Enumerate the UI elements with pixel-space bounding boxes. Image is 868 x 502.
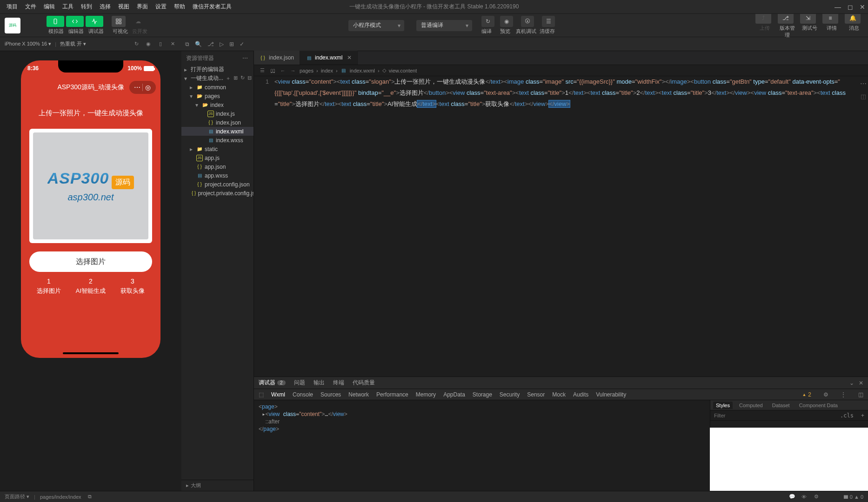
subtab-vuln[interactable]: Vulnerability xyxy=(596,391,626,398)
search-icon[interactable]: 🔍 xyxy=(195,41,202,47)
phone-simulator[interactable]: 8:36 100% ASP300源码_动漫头像 ⋯ ◎ 上传一张照片，一键生成动… xyxy=(21,60,160,358)
tab-close-icon[interactable]: ✕ xyxy=(347,54,352,61)
dataset-tab[interactable]: Dataset xyxy=(769,402,793,409)
new-folder-icon[interactable]: ⊞ xyxy=(234,75,238,82)
dev-settings-icon[interactable]: ⚙ xyxy=(823,391,828,398)
subtab-audits[interactable]: Audits xyxy=(573,391,588,398)
dev-tab-debugger[interactable]: 调试器2 xyxy=(259,379,286,387)
capsule-menu-icon[interactable]: ⋯ xyxy=(132,82,142,92)
menu-devtools[interactable]: 微信开发者工具 xyxy=(189,1,235,13)
subtab-mock[interactable]: Mock xyxy=(552,391,566,398)
crumb-fwd-icon[interactable]: → xyxy=(289,68,297,73)
refresh-tree-icon[interactable]: ↻ xyxy=(240,75,245,82)
menu-edit[interactable]: 编辑 xyxy=(40,1,59,13)
menu-file[interactable]: 文件 xyxy=(21,1,40,13)
close-sim-icon[interactable]: ✕ xyxy=(168,40,177,48)
crumb-pages[interactable]: pages xyxy=(300,68,314,73)
version-button[interactable]: ⎇ xyxy=(778,13,794,24)
file-app-js[interactable]: JSapp.js xyxy=(181,153,254,162)
upload-button[interactable]: ⤴ xyxy=(755,13,771,24)
debugger-toggle[interactable] xyxy=(86,16,103,27)
refresh-sim-icon[interactable]: ↻ xyxy=(132,40,140,48)
hot-reload-toggle[interactable]: 热重载 开 ▾ xyxy=(60,40,86,47)
device-select[interactable]: iPhone X 100% 16 ▾ xyxy=(5,41,51,47)
clear-cache-button[interactable]: ☰ xyxy=(542,16,555,27)
file-index-wxss[interactable]: ▤index.wxss xyxy=(181,136,254,145)
outline-section[interactable]: ▸大纲 xyxy=(181,480,254,491)
warning-count[interactable]: 2 xyxy=(802,391,811,398)
editor-more-icon[interactable]: ⋯ xyxy=(860,78,867,89)
wxml-inspector[interactable]: <page> ▸<view class="content">…</view> :… xyxy=(254,400,710,491)
crumb-symbol[interactable]: view.content xyxy=(389,68,417,73)
folder-pages[interactable]: ▾📂pages xyxy=(181,92,254,100)
subtab-sources[interactable]: Sources xyxy=(320,391,341,398)
computed-tab[interactable]: Computed xyxy=(736,402,766,409)
test-icon[interactable]: ✓ xyxy=(240,41,244,47)
tab-index-wxml[interactable]: ▤index.wxml✕ xyxy=(300,51,358,65)
folder-static[interactable]: ▸📁static xyxy=(181,145,254,153)
remote-debug-button[interactable]: ⦿ xyxy=(521,16,534,27)
mode-select[interactable]: 小程序模式 xyxy=(348,20,404,31)
files-icon[interactable]: ⧉ xyxy=(185,41,189,47)
menu-view[interactable]: 视图 xyxy=(114,1,133,13)
dev-dock-icon[interactable]: ◫ xyxy=(858,391,863,398)
file-project-config[interactable]: { }project.config.json xyxy=(181,180,254,189)
open-editors-section[interactable]: ▸打开的编辑器 xyxy=(181,65,254,74)
tab-index-json[interactable]: { }index.json xyxy=(254,51,300,65)
project-logo[interactable]: 源码 xyxy=(5,18,20,33)
capsule-close-icon[interactable]: ◎ xyxy=(143,82,153,92)
test-button[interactable]: ⇲ xyxy=(800,13,816,24)
cls-toggle[interactable]: .cls xyxy=(836,412,857,419)
file-app-wxss[interactable]: ▤app.wxss xyxy=(181,171,254,180)
simulator-toggle[interactable] xyxy=(47,16,64,27)
record-icon[interactable]: ◉ xyxy=(144,40,153,48)
subtab-network[interactable]: Network xyxy=(348,391,369,398)
dev-tab-output[interactable]: 输出 xyxy=(314,379,325,387)
dev-tab-terminal[interactable]: 终端 xyxy=(333,379,344,387)
file-project-private-config[interactable]: { }project.private.config.js... xyxy=(181,189,254,198)
add-style-icon[interactable]: + xyxy=(857,412,868,419)
split-icon[interactable]: ◫ xyxy=(861,91,866,102)
menu-goto[interactable]: 转到 xyxy=(77,1,96,13)
styles-filter-input[interactable] xyxy=(710,413,836,418)
subtab-security[interactable]: Security xyxy=(500,391,520,398)
minimize-icon[interactable]: — xyxy=(835,3,841,11)
crumb-list-icon[interactable]: ☰ xyxy=(259,67,266,73)
copy-path-icon[interactable]: ⧉ xyxy=(86,494,93,500)
subtab-console[interactable]: Console xyxy=(293,391,313,398)
compile-button[interactable]: ↻ xyxy=(481,16,494,27)
pick-image-button[interactable]: 选择图片 xyxy=(29,251,152,272)
subtab-sensor[interactable]: Sensor xyxy=(527,391,545,398)
file-index-wxml[interactable]: ▤index.wxml xyxy=(181,127,254,136)
component-data-tab[interactable]: Component Data xyxy=(796,402,841,409)
debug-icon[interactable]: ▷ xyxy=(220,41,224,47)
new-file-icon[interactable]: ＋ xyxy=(226,75,231,82)
subtab-memory[interactable]: Memory xyxy=(416,391,436,398)
dev-tab-problems[interactable]: 问题 xyxy=(294,379,305,387)
compile-select[interactable]: 普通编译 xyxy=(416,20,472,31)
detail-button[interactable]: ≡ xyxy=(822,13,838,24)
status-errors[interactable]: ⯀ 0 ▲ 0 xyxy=(843,494,863,500)
menu-ui[interactable]: 界面 xyxy=(133,1,152,13)
status-comment-icon[interactable]: 💬 xyxy=(788,494,796,500)
preview-button[interactable]: ◉ xyxy=(500,16,513,27)
folder-index[interactable]: ▾📂index xyxy=(181,100,254,109)
folder-common[interactable]: ▸📁common xyxy=(181,83,254,92)
file-app-json[interactable]: { }app.json xyxy=(181,162,254,171)
menu-project[interactable]: 项目 xyxy=(3,1,21,13)
status-settings-icon[interactable]: ⚙ xyxy=(813,494,820,500)
crumb-back-icon[interactable]: ← xyxy=(279,68,287,73)
collapse-icon[interactable]: ⊟ xyxy=(247,75,252,82)
branch-icon[interactable]: ⎇ xyxy=(207,41,214,47)
crumb-index[interactable]: index xyxy=(321,68,333,73)
dev-tab-quality[interactable]: 代码质量 xyxy=(353,379,375,387)
close-icon[interactable]: ✕ xyxy=(860,3,865,11)
dev-more-icon[interactable]: ⋮ xyxy=(841,391,846,398)
dev-collapse-icon[interactable]: ⌄ xyxy=(849,380,854,386)
file-index-js[interactable]: JSindex.js xyxy=(181,109,254,118)
styles-tab[interactable]: Styles xyxy=(713,402,733,409)
subtab-appdata[interactable]: AppData xyxy=(443,391,465,398)
subtab-wxml[interactable]: Wxml xyxy=(271,391,285,398)
dev-close-icon[interactable]: ✕ xyxy=(859,380,863,386)
subtab-storage[interactable]: Storage xyxy=(473,391,492,398)
